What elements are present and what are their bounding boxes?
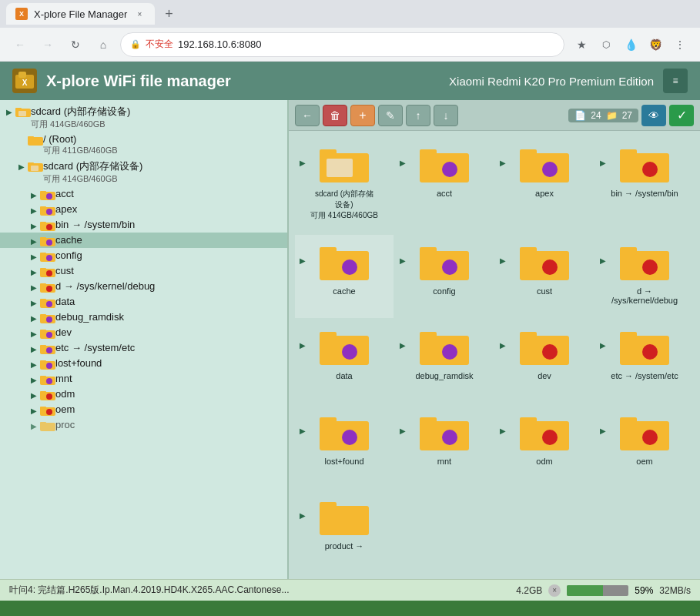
svg-rect-30	[40, 283, 46, 286]
refresh-button[interactable]: ↻	[65, 34, 86, 55]
sidebar-item-sdcard[interactable]: ▶ sdcard (内部存储设备) 可用 414GB/460GB	[0, 103, 287, 132]
status-size: 4.2GB	[516, 585, 542, 596]
sidebar-item-cust[interactable]: ▶ cust	[0, 263, 287, 279]
svg-point-96	[342, 430, 357, 445]
svg-rect-21	[40, 237, 46, 240]
grid-item-lost-found[interactable]: ▶ lost+found	[295, 405, 394, 488]
sidebar-item-etc[interactable]: ▶ etc → /system/etc	[0, 340, 287, 356]
sidebar-item-apex[interactable]: ▶ apex	[0, 202, 287, 217]
main-toolbar: ← 🗑 + ✎ ↑ ↓ 📄 24 📁 27 👁 ✓	[289, 100, 700, 131]
cell-label: bin → /system/bin	[611, 189, 678, 198]
grid-item-debug-ramdisk[interactable]: ▶ debug_ramdisk	[395, 320, 494, 403]
cast-icon[interactable]: ⬡	[595, 34, 617, 55]
grid-item-mnt[interactable]: ▶ mnt	[395, 405, 494, 488]
grid-item-product[interactable]: ▶ product →	[295, 490, 394, 573]
svg-point-37	[46, 316, 52, 323]
sidebar-item-acct[interactable]: ▶ acct	[0, 186, 287, 202]
grid-item-acct[interactable]: ▶ acct	[395, 137, 494, 233]
sidebar-item-bin[interactable]: ▶ bin → /system/bin	[0, 217, 287, 233]
sidebar-item-oem[interactable]: ▶ oem	[0, 402, 287, 417]
status-close-button[interactable]: ×	[548, 584, 561, 597]
grid-item-cache[interactable]: ▶ cache	[295, 235, 394, 318]
folder-icon-wrap	[517, 241, 571, 283]
tab-close-button[interactable]: ×	[133, 8, 146, 20]
svg-rect-45	[40, 360, 46, 363]
select-all-button[interactable]: ✓	[669, 105, 694, 126]
expand-arrow: ▶	[31, 314, 37, 323]
folder-icon-wrap	[317, 496, 371, 538]
edit-toolbar-button[interactable]: ✎	[378, 105, 403, 126]
cell-arrow: ▶	[500, 341, 506, 350]
sidebar-item-mnt[interactable]: ▶ mnt	[0, 371, 287, 387]
folder-icon-wrap	[317, 241, 371, 283]
active-tab[interactable]: X X-plore File Manager ×	[6, 3, 155, 25]
grid-item-dev[interactable]: ▶ dev	[495, 320, 594, 403]
sidebar-item-d[interactable]: ▶ d → /sys/kernel/debug	[0, 279, 287, 294]
grid-item-etc[interactable]: ▶ etc → /system/etc	[595, 320, 694, 403]
bookmark-icon[interactable]: ★	[571, 34, 592, 55]
progress-bar-fill	[567, 585, 603, 596]
sidebar-item-config[interactable]: ▶ config	[0, 248, 287, 263]
grid-item-cust[interactable]: ▶ cust	[495, 235, 594, 318]
grid-item-d[interactable]: ▶ d →/sys/kernel/debug	[595, 235, 694, 318]
folder-icon	[40, 280, 55, 293]
svg-point-34	[46, 301, 52, 307]
back-button[interactable]: ←	[9, 34, 31, 55]
app-menu-button[interactable]: ≡	[663, 69, 688, 93]
grid-item-oem[interactable]: ▶ oem	[595, 405, 694, 488]
sidebar-item-data[interactable]: ▶ data	[0, 294, 287, 310]
svg-rect-9	[28, 162, 34, 166]
svg-rect-7	[28, 136, 34, 139]
water-icon[interactable]: 💧	[620, 34, 641, 55]
grid-item-config[interactable]: ▶ config	[395, 235, 494, 318]
cell-label: oem	[636, 457, 652, 466]
cell-arrow: ▶	[600, 159, 606, 167]
sidebar-item-text: sdcard (内部存储设备) 可用 414GB/460GB	[31, 105, 130, 130]
view-mode-button[interactable]: 👁	[641, 105, 666, 126]
grid-item-sdcard[interactable]: ▶ sdcard (内部存储设备)可用 414GB/460GB	[295, 137, 394, 233]
forward-button[interactable]: →	[37, 34, 59, 55]
browser-chrome: X X-plore File Manager × + ← → ↻ ⌂ 🔒 不安全…	[0, 0, 700, 62]
download-toolbar-button[interactable]: ↓	[434, 105, 458, 126]
svg-rect-80	[620, 247, 637, 255]
sidebar-item-lost-found[interactable]: ▶ lost+found	[0, 356, 287, 371]
home-button[interactable]: ⌂	[92, 34, 114, 55]
grid-item-data[interactable]: ▶ data	[295, 320, 394, 403]
grid-item-odm[interactable]: ▶ odm	[495, 405, 594, 488]
sidebar-item-dev[interactable]: ▶ dev	[0, 325, 287, 340]
svg-point-99	[442, 430, 457, 445]
delete-toolbar-button[interactable]: 🗑	[323, 105, 347, 126]
grid-item-bin[interactable]: ▶ bin → /system/bin	[595, 137, 694, 233]
cell-arrow: ▶	[300, 256, 306, 265]
svg-rect-10	[31, 166, 39, 171]
brave-icon[interactable]: 🦁	[645, 34, 666, 55]
sidebar-item-debug-ramdisk[interactable]: ▶ debug_ramdisk	[0, 310, 287, 325]
url-bar[interactable]: 🔒 不安全 192.168.10.6:8080	[120, 32, 564, 57]
new-tab-button[interactable]: +	[158, 3, 179, 25]
svg-point-28	[46, 270, 52, 276]
cell-arrow: ▶	[400, 427, 406, 435]
tab-title: X-plore File Manager	[34, 8, 127, 20]
cell-label: sdcard (内部存储设备)可用 414GB/460GB	[310, 189, 378, 221]
cell-arrow: ▶	[300, 511, 306, 520]
folder-icon	[40, 188, 55, 200]
new-folder-button[interactable]: +	[350, 105, 375, 126]
expand-arrow: ▶	[31, 422, 37, 430]
back-toolbar-button[interactable]: ←	[295, 105, 320, 126]
sidebar-item-sdcard2[interactable]: ▶ sdcard (内部存储设备) 可用 414GB/460GB	[0, 158, 287, 186]
cell-arrow: ▶	[600, 427, 606, 435]
sidebar-item-root[interactable]: ▶ / (Root) 可用 411GB/460GB	[0, 132, 287, 158]
app-device: Xiaomi Redmi K20 Pro Premium Edition	[449, 75, 654, 88]
sidebar-item-odm[interactable]: ▶ odm	[0, 387, 287, 402]
folder-icon-wrap	[618, 143, 672, 186]
svg-rect-36	[40, 314, 46, 317]
cell-label: d →/sys/kernel/debug	[611, 286, 678, 305]
sidebar-item-cache[interactable]: ▶ cache	[0, 233, 287, 248]
svg-rect-77	[520, 247, 537, 255]
sidebar-item-proc[interactable]: ▶ proc	[0, 417, 287, 433]
expand-arrow: ▶	[31, 222, 37, 230]
browser-menu-icon[interactable]: ⋮	[669, 34, 691, 55]
upload-toolbar-button[interactable]: ↑	[406, 105, 430, 126]
folder-icon-wrap	[417, 326, 471, 368]
grid-item-apex[interactable]: ▶ apex	[495, 137, 594, 233]
